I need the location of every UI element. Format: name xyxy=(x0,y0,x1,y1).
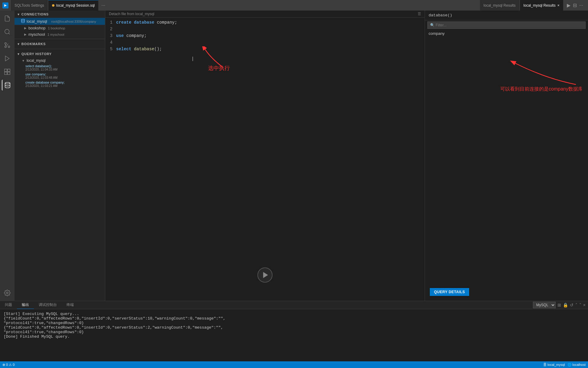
tab-output[interactable]: 输出 xyxy=(17,301,34,309)
filter-input[interactable] xyxy=(427,22,586,29)
database-icon[interactable] xyxy=(2,80,13,91)
divider-1 xyxy=(15,39,105,39)
ellipsis-icon[interactable]: ··· xyxy=(579,3,583,8)
app-icon: ▶ xyxy=(2,2,8,8)
bookmarks-label: BOOKMARKS xyxy=(21,42,46,46)
results-panel: database() company 可以看到目前连接的是company数据库了 xyxy=(425,11,588,301)
tab-terminal[interactable]: 终端 xyxy=(62,301,79,309)
activity-bar xyxy=(0,11,15,301)
db-status-icon: 🗄 xyxy=(543,363,547,366)
mysql-select[interactable]: MySQL xyxy=(533,302,556,308)
status-connection[interactable]: 🗄 local_mysql xyxy=(543,363,565,367)
myschool-label: myschool xyxy=(28,32,45,37)
query-history-section: ▼ QUERY HISTORY xyxy=(15,50,105,58)
history-connection-chevron: ▼ xyxy=(22,59,25,62)
myschool-sub: 1 myschool xyxy=(47,33,64,36)
results-tab-2-label: local_mysql Results xyxy=(524,3,556,8)
scroll-up-icon[interactable]: ˄ xyxy=(575,303,577,307)
app-icon-text: ▶ xyxy=(4,4,7,7)
connection-icon xyxy=(21,19,25,24)
tab-problems[interactable]: 问题 xyxy=(0,301,17,309)
tab-sqltool-settings[interactable]: SQLTools Settings xyxy=(11,0,48,11)
connections-header[interactable]: ▼ CONNECTIONS xyxy=(15,11,105,18)
status-errors[interactable]: ⊗ 0 ⚠ 0 xyxy=(2,363,15,367)
menu-icon[interactable]: ☰ xyxy=(418,12,421,16)
history-query-1: use company; xyxy=(25,72,103,76)
line-num-4: 4 xyxy=(108,40,116,45)
results-tab-2-close[interactable]: × xyxy=(557,3,560,8)
output-line-2: "protocol41":true,"changedRows":0} xyxy=(4,321,584,325)
history-query-2: create database company; xyxy=(25,81,103,84)
history-time-2: 2/13/2020, 11:03:21 AM xyxy=(25,84,103,88)
scroll-down-icon[interactable]: ˅ xyxy=(579,303,581,307)
status-host[interactable]: 🌐 localhost xyxy=(567,363,586,367)
bookshop-chevron: ▶ xyxy=(24,26,27,30)
history-time-1: 2/13/2020, 11:03:48 AM xyxy=(25,76,103,79)
bookmarks-chevron: ▼ xyxy=(17,42,20,46)
results-item-company[interactable]: company xyxy=(425,30,588,37)
close-panel-icon[interactable]: × xyxy=(583,303,586,307)
line-num-1: 1 xyxy=(108,20,116,25)
annotation-select-exec: 选中执行 xyxy=(208,65,230,72)
tab-bar: SQLTools Settings local_mysql Session.sq… xyxy=(11,0,476,11)
connection-local-mysql[interactable]: local_mysql root@localhost:3306/company … xyxy=(15,18,105,25)
results-tab-1[interactable]: local_mysql Results xyxy=(480,0,519,11)
tab-session-label: local_mysql Session.sql xyxy=(56,3,95,8)
history-connection-item[interactable]: ▼ local_mysql xyxy=(15,58,105,64)
run-icon[interactable]: ▶ xyxy=(567,2,570,8)
sidebar-item-bookshop[interactable]: ▶ bookshop 1 bookshop xyxy=(15,25,105,31)
split-icon[interactable]: ⊟ xyxy=(573,2,577,8)
query-history-label: QUERY HISTORY xyxy=(21,52,52,56)
history-item-0[interactable]: select database(); 2/13/2020, 11:04:33 A… xyxy=(15,64,105,72)
text-cursor: | xyxy=(191,56,194,61)
svg-marker-5 xyxy=(5,56,9,61)
results-content: company 可以看到目前连接的是company数据库了 xyxy=(425,30,588,283)
tab-debug-console[interactable]: 调试控制台 xyxy=(34,301,62,309)
annotation-arrow-svg: 可以看到目前连接的是company数据库了 xyxy=(497,54,582,103)
svg-rect-9 xyxy=(8,72,10,75)
lock-icon[interactable]: 🔒 xyxy=(563,303,568,307)
settings-icon[interactable] xyxy=(2,287,13,298)
history-connection-name: local_mysql xyxy=(27,58,46,63)
bookmarks-section: ▼ BOOKMARKS xyxy=(15,40,105,48)
files-icon[interactable] xyxy=(2,13,13,24)
line-num-3: 3 xyxy=(108,33,116,38)
results-annotation: 可以看到目前连接的是company数据库了 xyxy=(497,54,582,104)
tab-local-mysql-session[interactable]: local_mysql Session.sql xyxy=(48,0,98,11)
main-area: ▼ CONNECTIONS local_mysql root@localhost… xyxy=(0,11,588,301)
warning-icon: ⚠ xyxy=(9,363,12,367)
query-details-button[interactable]: QUERY DETAILS xyxy=(430,288,469,296)
source-control-icon[interactable] xyxy=(2,40,13,51)
status-connection-label: local_mysql xyxy=(547,363,565,366)
titlebar: ▶ SQLTools Settings local_mysql Session.… xyxy=(0,0,588,11)
query-history-header[interactable]: ▼ QUERY HISTORY xyxy=(15,50,105,58)
svg-point-10 xyxy=(5,82,10,84)
sidebar-item-myschool[interactable]: ▶ myschool 1 myschool xyxy=(15,31,105,38)
connection-name: local_mysql xyxy=(27,19,50,24)
editor-content[interactable]: 1 create database company; 2 3 use compa… xyxy=(105,18,425,301)
tab-more-button[interactable]: ··· xyxy=(99,3,108,8)
myschool-chevron: ▶ xyxy=(24,33,27,36)
error-icon: ⊗ xyxy=(2,363,5,367)
history-time-0: 2/13/2020, 11:04:33 AM xyxy=(25,68,103,71)
results-tab-bar: local_mysql Results local_mysql Results … xyxy=(480,0,563,11)
code-line-1: 1 create database company; xyxy=(105,20,425,27)
debug-icon[interactable] xyxy=(2,53,13,64)
bookshop-sub: 1 bookshop xyxy=(48,26,65,30)
tab-actions: ▶ ⊟ ··· xyxy=(564,2,586,8)
history-item-2[interactable]: create database company; 2/13/2020, 11:0… xyxy=(15,80,105,88)
results-tab-2[interactable]: local_mysql Results × xyxy=(520,0,563,11)
connection-sub: root@localhost:3306/company xyxy=(51,20,96,23)
grid-icon[interactable]: ⊞ xyxy=(557,303,561,307)
status-right: 🗄 local_mysql 🌐 localhost xyxy=(543,363,586,367)
search-icon[interactable] xyxy=(2,26,13,37)
bookmarks-header[interactable]: ▼ BOOKMARKS xyxy=(15,40,105,48)
svg-point-0 xyxy=(5,29,9,34)
line-content-3: use company; xyxy=(116,33,422,38)
refresh-icon[interactable]: ↺ xyxy=(570,303,573,307)
tab-dot xyxy=(52,4,54,7)
history-item-1[interactable]: use company; 2/13/2020, 11:03:48 AM xyxy=(15,72,105,80)
detach-link[interactable]: Detach file from local_mysql xyxy=(109,12,154,16)
extensions-icon[interactable] xyxy=(2,66,13,77)
play-button[interactable] xyxy=(257,267,273,283)
